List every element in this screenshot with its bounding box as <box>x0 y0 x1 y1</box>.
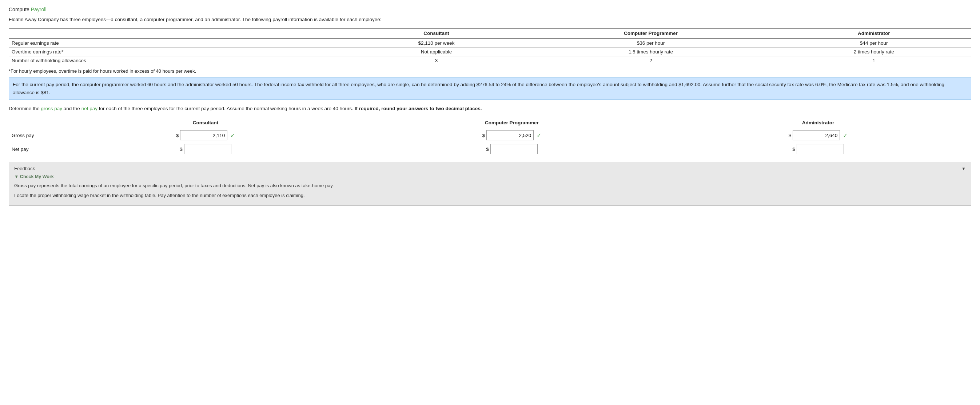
row-consultant-overtime: Not applicable <box>347 48 525 56</box>
row-label-allowances: Number of withholding allowances <box>9 56 347 65</box>
gross-pay-administrator-input[interactable] <box>793 130 840 140</box>
answer-table: Consultant Computer Programmer Administr… <box>9 119 971 156</box>
gross-pay-programmer-input-group: $ ✓ <box>361 130 662 140</box>
net-pay-consultant-cell: $ <box>52 142 359 156</box>
answer-header-administrator: Administrator <box>665 119 971 128</box>
table-row: Number of withholding allowances 3 2 1 <box>9 56 971 65</box>
info-header-consultant: Consultant <box>347 29 525 38</box>
net-pay-label: net pay <box>81 106 97 111</box>
row-administrator-allowances: 1 <box>776 56 971 65</box>
net-pay-consultant-input-group: $ <box>55 144 356 154</box>
net-pay-programmer-input[interactable] <box>490 144 538 154</box>
payroll-link[interactable]: Payroll <box>31 6 46 13</box>
info-header-administrator: Administrator <box>776 29 971 38</box>
determine-middle: and the <box>62 106 81 111</box>
net-pay-row: Net pay $ $ $ <box>9 142 971 156</box>
row-programmer-overtime: 1.5 times hourly rate <box>525 48 776 56</box>
answer-header-programmer: Computer Programmer <box>359 119 665 128</box>
gross-pay-administrator-cell: $ ✓ <box>665 128 971 142</box>
row-label-regular: Regular earnings rate <box>9 38 347 48</box>
row-consultant-regular: $2,110 per week <box>347 38 525 48</box>
info-header-programmer: Computer Programmer <box>525 29 776 38</box>
row-consultant-allowances: 3 <box>347 56 525 65</box>
feedback-label: Feedback <box>14 166 35 171</box>
net-pay-administrator-input-group: $ <box>668 144 968 154</box>
check-icon-consultant-gross: ✓ <box>230 132 235 139</box>
table-row: Regular earnings rate $2,110 per week $3… <box>9 38 971 48</box>
determine-suffix: for each of the three employees for the … <box>97 106 355 111</box>
net-pay-administrator-input[interactable] <box>797 144 844 154</box>
feedback-line2: Locate the proper withholding wage brack… <box>14 192 966 200</box>
gross-pay-programmer-input[interactable] <box>486 130 534 140</box>
check-icon-programmer-gross: ✓ <box>536 132 541 139</box>
dollar-sign: $ <box>180 146 183 152</box>
info-table: Consultant Computer Programmer Administr… <box>9 29 971 65</box>
feedback-body: Gross pay represents the total earnings … <box>14 182 966 200</box>
net-pay-consultant-input[interactable] <box>184 144 231 154</box>
row-programmer-allowances: 2 <box>525 56 776 65</box>
feedback-line1: Gross pay represents the total earnings … <box>14 182 966 190</box>
net-pay-programmer-cell: $ <box>359 142 665 156</box>
table-row: Overtime earnings rate* Not applicable 1… <box>9 48 971 56</box>
gross-pay-consultant-input-group: $ ✓ <box>55 130 356 140</box>
answer-section: Consultant Computer Programmer Administr… <box>9 119 971 156</box>
row-programmer-regular: $36 per hour <box>525 38 776 48</box>
dollar-sign: $ <box>792 146 795 152</box>
determine-line: Determine the gross pay and the net pay … <box>9 105 971 113</box>
gross-pay-administrator-input-group: $ ✓ <box>668 130 968 140</box>
check-my-work[interactable]: Check My Work <box>14 174 966 179</box>
gross-pay-consultant-input[interactable] <box>180 130 228 140</box>
page-title: Compute Payroll <box>9 6 971 13</box>
net-pay-administrator-cell: $ <box>665 142 971 156</box>
highlight-block: For the current pay period, the computer… <box>9 78 971 100</box>
check-icon-administrator-gross: ✓ <box>843 132 848 139</box>
highlight-text: For the current pay period, the computer… <box>13 82 944 95</box>
dollar-sign: $ <box>482 133 485 138</box>
determine-prefix: Determine the <box>9 106 41 111</box>
gross-pay-row: Gross pay $ ✓ $ ✓ <box>9 128 971 142</box>
feedback-section: Feedback ▼ Check My Work Gross pay repre… <box>9 162 971 206</box>
gross-pay-label: gross pay <box>41 106 62 111</box>
gross-pay-programmer-cell: $ ✓ <box>359 128 665 142</box>
dollar-sign: $ <box>789 133 792 138</box>
determine-bold-suffix: If required, round your answers to two d… <box>355 106 482 111</box>
answer-header-consultant: Consultant <box>52 119 359 128</box>
dollar-sign: $ <box>486 146 489 152</box>
determine-section: Determine the gross pay and the net pay … <box>9 105 971 113</box>
footnote-text: *For hourly employees, overtime is paid … <box>9 68 971 74</box>
dollar-sign: $ <box>176 133 179 138</box>
feedback-toggle-icon[interactable]: ▼ <box>961 166 966 171</box>
row-administrator-overtime: 2 times hourly rate <box>776 48 971 56</box>
feedback-header: Feedback ▼ <box>14 166 966 171</box>
gross-pay-row-label: Gross pay <box>9 128 52 142</box>
net-pay-row-label: Net pay <box>9 142 52 156</box>
gross-pay-consultant-cell: $ ✓ <box>52 128 359 142</box>
net-pay-programmer-input-group: $ <box>361 144 662 154</box>
answer-header-empty <box>9 119 52 128</box>
row-label-overtime: Overtime earnings rate* <box>9 48 347 56</box>
info-header-empty <box>9 29 347 38</box>
row-administrator-regular: $44 per hour <box>776 38 971 48</box>
intro-text: Floatin Away Company has three employees… <box>9 16 971 23</box>
